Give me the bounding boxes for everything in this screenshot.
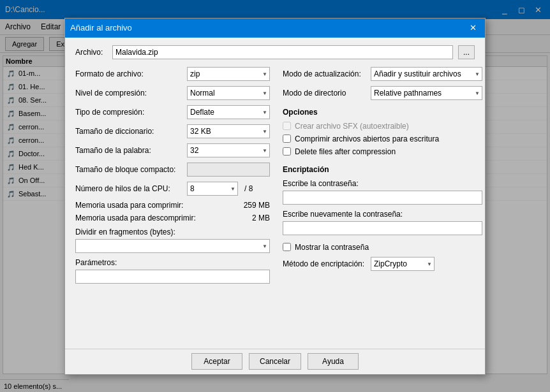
delete-files-label: Delete files after compression bbox=[295, 147, 396, 156]
bloque-label: Tamaño de bloque compacto: bbox=[75, 165, 187, 174]
bloque-input bbox=[187, 163, 270, 177]
archivo-row: Archivo: ... bbox=[75, 45, 475, 59]
modo-directorio-row: Modo de directorio Relative pathnames bbox=[283, 86, 482, 100]
tipo-select-wrapper: Deflate bbox=[187, 105, 270, 119]
dialog-titlebar-buttons: ✕ bbox=[466, 21, 480, 35]
compresion-label: Nivel de compresión: bbox=[75, 89, 187, 98]
sfx-checkbox-row: Crear archivo SFX (autoextraible) bbox=[283, 122, 482, 131]
sfx-label: Crear archivo SFX (autoextraible) bbox=[295, 122, 409, 131]
comprimir-abiertos-checkbox[interactable] bbox=[283, 134, 291, 143]
delete-files-row: Delete files after compression bbox=[283, 147, 482, 156]
right-column: Modo de actualización: Añadir y sustitui… bbox=[283, 67, 482, 284]
modo-actualizacion-row: Modo de actualización: Añadir y sustitui… bbox=[283, 67, 482, 81]
metodo-select-wrapper: ZipCrypto bbox=[371, 257, 435, 271]
fragmentos-wrapper bbox=[75, 239, 270, 253]
tipo-select[interactable]: Deflate bbox=[187, 105, 270, 119]
modo-actualizacion-select[interactable]: Añadir y sustituir archivos bbox=[371, 67, 482, 81]
browse-button[interactable]: ... bbox=[458, 45, 475, 59]
mem-descomprimir-row: Memoria usada para descomprimir: 2 MB bbox=[75, 214, 270, 222]
formato-select[interactable]: zip bbox=[187, 67, 270, 81]
diccionario-label: Tamaño de diccionario: bbox=[75, 127, 187, 136]
comprimir-abiertos-label: Comprimir archivos abiertos para escritu… bbox=[295, 134, 439, 143]
modo-actualizacion-label: Modo de actualización: bbox=[283, 69, 366, 78]
mem-comprimir-row: Memoria usada para comprimir: 259 MB bbox=[75, 201, 270, 210]
hilos-select-wrapper: 8 bbox=[187, 182, 238, 196]
metodo-select[interactable]: ZipCrypto bbox=[371, 257, 435, 271]
tipo-row: Tipo de compresión: Deflate bbox=[75, 105, 270, 119]
diccionario-row: Tamaño de diccionario: 32 KB bbox=[75, 124, 270, 138]
dialog-title: Añadir al archivo bbox=[70, 23, 132, 33]
fragmentos-label: Dividir en fragmentos (bytes): bbox=[75, 228, 270, 236]
opciones-title: Opciones bbox=[283, 108, 482, 117]
hilos-select[interactable]: 8 bbox=[187, 182, 238, 196]
mem-descomprimir-value: 2 MB bbox=[252, 214, 270, 222]
cancelar-button[interactable]: Cancelar bbox=[249, 353, 301, 370]
formato-select-wrapper: zip bbox=[187, 67, 270, 81]
mem-comprimir-value: 259 MB bbox=[244, 201, 270, 210]
hilos-max: / 8 bbox=[244, 184, 253, 193]
fragmentos-section: Dividir en fragmentos (bytes): bbox=[75, 228, 270, 253]
tipo-label: Tipo de compresión: bbox=[75, 108, 187, 117]
delete-files-checkbox[interactable] bbox=[283, 147, 291, 156]
fragmentos-input[interactable] bbox=[75, 239, 270, 253]
compresion-row: Nivel de compresión: Normal bbox=[75, 86, 270, 100]
compresion-select-wrapper: Normal bbox=[187, 86, 270, 100]
modo-actualizacion-wrapper: Añadir y sustituir archivos bbox=[371, 67, 482, 81]
mem-comprimir-label: Memoria usada para comprimir: bbox=[75, 201, 183, 210]
archivo-input[interactable] bbox=[112, 45, 453, 59]
mem-descomprimir-label: Memoria usada para descomprimir: bbox=[75, 214, 196, 222]
hilos-inner-row: 8 / 8 bbox=[187, 182, 253, 196]
palabra-select[interactable]: 32 bbox=[187, 143, 270, 157]
pass1-input[interactable] bbox=[283, 191, 482, 205]
palabra-row: Tamaño de la palabra: 32 bbox=[75, 143, 270, 157]
mostrar-row: Mostrar la contraseña bbox=[283, 243, 482, 252]
mostrar-label: Mostrar la contraseña bbox=[295, 243, 369, 252]
formato-label: Formato de archivo: bbox=[75, 69, 187, 78]
dialog-add-archive: Añadir al archivo ✕ Archivo: ... Formato… bbox=[64, 18, 486, 375]
dialog-footer: Aceptar Cancelar Ayuda bbox=[65, 349, 485, 374]
ayuda-button[interactable]: Ayuda bbox=[308, 353, 359, 370]
archivo-label: Archivo: bbox=[75, 48, 107, 57]
metodo-label: Método de encriptación: bbox=[283, 259, 366, 268]
bloque-row: Tamaño de bloque compacto: bbox=[75, 163, 270, 177]
left-column: Formato de archivo: zip Nivel de compres… bbox=[75, 67, 270, 284]
diccionario-select-wrapper: 32 KB bbox=[187, 124, 270, 138]
modo-directorio-select[interactable]: Relative pathnames bbox=[371, 86, 482, 100]
diccionario-select[interactable]: 32 KB bbox=[187, 124, 270, 138]
modo-directorio-label: Modo de directorio bbox=[283, 89, 366, 98]
metodo-row: Método de encriptación: ZipCrypto bbox=[283, 257, 482, 271]
formato-row: Formato de archivo: zip bbox=[75, 67, 270, 81]
dialog-close-btn[interactable]: ✕ bbox=[466, 21, 480, 35]
palabra-select-wrapper: 32 bbox=[187, 143, 270, 157]
sfx-checkbox[interactable] bbox=[283, 122, 291, 130]
encriptacion-section: Encriptación Escribe la contraseña: Escr… bbox=[283, 165, 482, 271]
compresion-select[interactable]: Normal bbox=[187, 86, 270, 100]
hilos-label: Número de hilos de la CPU: bbox=[75, 184, 187, 193]
parametros-label: Parámetros: bbox=[75, 258, 270, 267]
aceptar-button[interactable]: Aceptar bbox=[191, 353, 242, 370]
parametros-section: Parámetros: bbox=[75, 258, 270, 284]
dialog-overlay: Añadir al archivo ✕ Archivo: ... Formato… bbox=[0, 0, 550, 392]
pass2-input[interactable] bbox=[283, 221, 482, 235]
modo-directorio-wrapper: Relative pathnames bbox=[371, 86, 482, 100]
dialog-body: Archivo: ... Formato de archivo: zip bbox=[65, 38, 485, 291]
parametros-input[interactable] bbox=[75, 270, 270, 284]
mostrar-checkbox[interactable] bbox=[283, 243, 291, 251]
two-col-layout: Formato de archivo: zip Nivel de compres… bbox=[75, 67, 475, 284]
dialog-titlebar: Añadir al archivo ✕ bbox=[65, 18, 485, 38]
comprimir-abiertos-row: Comprimir archivos abiertos para escritu… bbox=[283, 134, 482, 143]
pass1-label: Escribe la contraseña: bbox=[283, 179, 482, 188]
opciones-section: Opciones Crear archivo SFX (autoextraibl… bbox=[283, 108, 482, 156]
hilos-row: Número de hilos de la CPU: 8 / 8 bbox=[75, 182, 270, 196]
pass2-label: Escribe nuevamente la contraseña: bbox=[283, 210, 482, 219]
encriptacion-title: Encriptación bbox=[283, 165, 482, 174]
palabra-label: Tamaño de la palabra: bbox=[75, 146, 187, 155]
